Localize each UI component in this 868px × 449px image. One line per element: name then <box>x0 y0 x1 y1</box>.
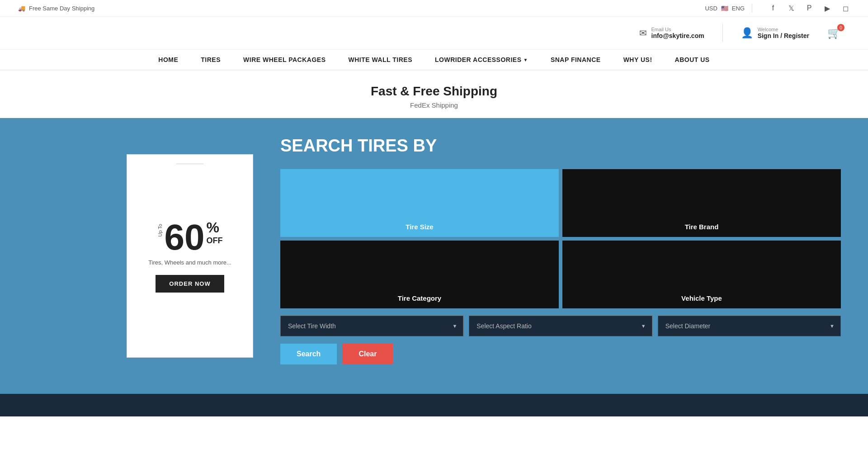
social-icons: f 𝕏 P ▶ ◻ <box>769 4 850 13</box>
email-text: Email Us info@skytire.com <box>651 27 704 39</box>
promo-percent: 60 <box>165 219 205 255</box>
tire-width-select[interactable]: Select Tire Width <box>280 316 463 336</box>
order-now-button[interactable]: ORDER NOW <box>156 275 224 293</box>
language[interactable]: ENG <box>732 5 745 12</box>
nav-home[interactable]: HOME <box>158 56 178 63</box>
shipping-label: Free Same Day Shipping <box>29 5 94 12</box>
top-bar-right: USD 🇺🇸 ENG f 𝕏 P ▶ ◻ <box>705 4 850 13</box>
main-nav: HOME TIRES WIRE WHEEL PACKAGES WHITE WAL… <box>0 50 868 71</box>
flag-icon: 🇺🇸 <box>721 5 728 12</box>
promo-upto: Up To <box>157 224 163 237</box>
currency-lang[interactable]: USD 🇺🇸 ENG <box>705 5 745 12</box>
aspect-ratio-wrapper: Select Aspect Ratio <box>469 316 652 336</box>
instagram-icon[interactable]: ◻ <box>841 4 850 13</box>
search-title: SEARCH TIRES BY <box>280 136 841 156</box>
tile-tire-brand[interactable]: Tire Brand <box>562 169 841 237</box>
tire-width-wrapper: Select Tire Width <box>280 316 463 336</box>
email-label: Email Us <box>651 27 704 32</box>
email-value[interactable]: info@skytire.com <box>651 32 704 39</box>
shipping-subtitle: FedEx Shipping <box>9 101 859 109</box>
nav-white-wall[interactable]: WHITE WALL TIRES <box>348 56 412 63</box>
nav-lowrider[interactable]: LOWRIDER ACCESSORIES ▼ <box>435 56 528 63</box>
header: ✉ Email Us info@skytire.com 👤 Welcome Si… <box>0 17 868 50</box>
shipping-title: Fast & Free Shipping <box>9 84 859 99</box>
diameter-wrapper: Select Diameter <box>658 316 841 336</box>
email-contact[interactable]: ✉ Email Us info@skytire.com <box>639 27 704 39</box>
promo-description: Tires, Wheels and much more... <box>148 259 231 266</box>
nav-snap-finance[interactable]: SNAP FINANCE <box>551 56 601 63</box>
twitter-icon[interactable]: 𝕏 <box>787 4 796 13</box>
main-content: Up To 60 % OFF Tires, Wheels and much mo… <box>0 118 868 394</box>
signin-register-link[interactable]: Sign In / Register <box>758 32 809 39</box>
promo-off-block: % OFF <box>206 219 222 249</box>
tile-tire-category-label: Tire Category <box>398 294 441 302</box>
nav-why-us[interactable]: WHY US! <box>623 56 652 63</box>
truck-icon: 🚚 <box>18 5 25 12</box>
diameter-select[interactable]: Select Diameter <box>658 316 841 336</box>
nav-about-us[interactable]: ABOUT US <box>675 56 710 63</box>
tile-vehicle-type-label: Vehicle Type <box>681 294 722 302</box>
bottom-bar <box>0 394 868 416</box>
top-bar: 🚚 Free Same Day Shipping USD 🇺🇸 ENG f 𝕏 … <box>0 0 868 17</box>
shipping-notice: 🚚 Free Same Day Shipping <box>18 5 94 12</box>
facebook-icon[interactable]: f <box>769 4 778 13</box>
email-icon: ✉ <box>639 28 647 38</box>
clear-button[interactable]: Clear <box>342 344 393 364</box>
user-account[interactable]: 👤 Welcome Sign In / Register <box>741 27 809 39</box>
header-divider <box>722 24 723 42</box>
welcome-label: Welcome <box>758 27 809 32</box>
promo-off: OFF <box>206 236 222 246</box>
tile-tire-size[interactable]: Tire Size <box>280 169 559 237</box>
divider <box>752 4 752 13</box>
promo-panel: Up To 60 % OFF Tires, Wheels and much mo… <box>127 154 253 358</box>
cart-button[interactable]: 🛒 0 <box>827 27 841 39</box>
search-section: SEARCH TIRES BY Tire Size Tire Brand Tir… <box>253 118 868 394</box>
chevron-down-icon: ▼ <box>523 57 528 62</box>
nav-wire-wheel[interactable]: WIRE WHEEL PACKAGES <box>243 56 326 63</box>
dropdowns-row: Select Tire Width Select Aspect Ratio Se… <box>280 316 841 336</box>
action-row: Search Clear <box>280 344 841 364</box>
shipping-banner: Fast & Free Shipping FedEx Shipping <box>0 71 868 118</box>
promo-discount: Up To 60 % OFF <box>157 219 223 255</box>
search-button[interactable]: Search <box>280 344 337 364</box>
cart-badge: 0 <box>837 24 844 31</box>
nav-tires[interactable]: TIRES <box>201 56 221 63</box>
youtube-icon[interactable]: ▶ <box>823 4 832 13</box>
user-text: Welcome Sign In / Register <box>758 27 809 39</box>
tile-grid: Tire Size Tire Brand Tire Category Vehic… <box>280 169 841 308</box>
tile-tire-size-label: Tire Size <box>406 223 433 231</box>
tile-vehicle-type[interactable]: Vehicle Type <box>562 241 841 308</box>
promo-percent-sign: % <box>206 219 222 236</box>
tile-tire-category[interactable]: Tire Category <box>280 241 559 308</box>
pinterest-icon[interactable]: P <box>805 4 814 13</box>
aspect-ratio-select[interactable]: Select Aspect Ratio <box>469 316 652 336</box>
tile-tire-brand-label: Tire Brand <box>685 223 719 231</box>
user-icon: 👤 <box>741 27 753 39</box>
currency[interactable]: USD <box>705 5 717 12</box>
